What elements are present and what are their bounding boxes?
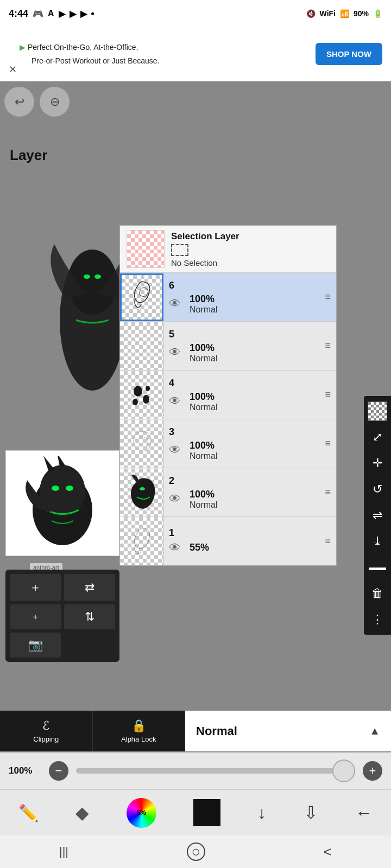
layer-2-visibility-icon[interactable]: 👁 [169,492,181,506]
layer-5-number: 5 [169,329,319,340]
opacity-plus-button[interactable]: + [363,761,382,781]
layer-6-menu-icon[interactable]: ≡ [325,291,336,303]
double-arrow-tool-item[interactable]: ⇩ [304,802,318,823]
ad-play-icon: ▶ [20,43,26,52]
font-icon: A [48,9,54,18]
flatten-icon: ▬▬ [368,561,387,573]
delete-tool-button[interactable]: 🗑 [365,582,389,605]
blend-mode-selector[interactable]: Normal ▲ [185,711,391,751]
layer-6-thumb-svg [122,275,162,320]
merge-down-tool-button[interactable]: ⤓ [365,529,389,553]
layer-1-thumb-svg [122,521,162,561]
opacity-slider-fill [76,768,355,774]
svg-rect-11 [122,275,162,320]
redo-button[interactable]: ⊖ [40,87,70,117]
layer-5-thumbnail [120,322,163,370]
preview-svg [11,456,114,551]
sys-menu-icon[interactable]: ||| [59,845,68,859]
clipping-button[interactable]: ℰ Clipping [0,711,93,751]
color-wheel-text: 5% [137,809,146,816]
layer-row-5[interactable]: 5 👁 100% Normal ≡ [120,322,336,371]
svg-point-14 [143,395,149,404]
opacity-slider-track[interactable] [76,768,355,774]
rotate-icon: ↺ [373,482,382,496]
transform-tool-button[interactable]: ⤢ [365,425,389,449]
checkerboard-icon [368,401,387,421]
rotate-tool-button[interactable]: ↺ [365,477,389,501]
merge-button[interactable]: ⇅ [64,604,115,629]
top-nav: ↩ ⊖ [4,81,70,122]
layer-5-menu-icon[interactable]: ≡ [325,340,336,352]
signal-icon: 📶 [340,9,349,18]
brush-tool-item[interactable]: ✏️ [18,803,39,822]
layer-2-opacity: 100% [190,489,218,500]
add-clipping-button[interactable]: ＋ [10,604,61,629]
layer-2-menu-icon[interactable]: ≡ [325,487,336,498]
camera-button[interactable]: 📷 [10,633,61,658]
plus-icon: + [369,764,376,778]
svg-point-15 [133,399,138,405]
alpha-lock-icon: 🔒 [131,719,146,733]
mute-icon: 🔇 [306,9,316,18]
layer-1-menu-icon[interactable]: ≡ [325,535,336,547]
layer-5-controls: 👁 100% Normal [169,342,319,363]
layer-2-thumbnail [120,469,163,516]
delete-icon: 🗑 [371,586,383,601]
more-icon: ⋮ [371,612,383,627]
svg-point-2 [84,275,90,279]
layer-6-visibility-icon[interactable]: 👁 [169,297,181,311]
layer-1-controls: 👁 55% [169,541,319,555]
layer-4-mode: Normal [190,403,218,412]
layer-3-thumb-svg [122,421,162,467]
layer-1-visibility-icon[interactable]: 👁 [169,541,181,555]
opacity-slider-thumb[interactable] [332,760,355,782]
svg-point-16 [146,386,150,391]
layer-1-thumbnail [120,517,163,565]
ad-banner: ▶ Perfect On-the-Go, At-the-Office, Pre-… [0,27,391,81]
flatten-tool-button[interactable]: ▬▬ [365,556,389,579]
shop-now-button[interactable]: SHOP NOW [316,43,382,65]
layer-row-4[interactable]: 4 👁 100% Normal ≡ [120,371,336,419]
layer-panel: Selection Layer No Selection 6 👁 [119,225,337,566]
clipping-label: Clipping [33,735,59,743]
sys-back-icon[interactable]: < [324,844,332,860]
sys-home-icon[interactable]: ○ [187,843,205,861]
flip-h-icon: ⇌ [373,508,382,522]
arrow-down-tool-item[interactable]: ↓ [257,803,266,823]
layer-5-thumb-svg [122,323,162,369]
add-layer-button[interactable]: ＋ [10,574,61,601]
youtube2-icon: ▶ [70,9,76,19]
back-arrow-icon: ← [355,803,373,823]
alpha-lock-button[interactable]: 🔒 Alpha Lock [93,711,186,751]
layer-5-visibility-icon[interactable]: 👁 [169,346,181,360]
bottom-toolbar: ✏️ ◆ 5% ↓ ⇩ ← [0,789,391,835]
arrow-down-icon: ↓ [257,803,266,823]
layer-row-3[interactable]: 3 👁 100% Normal ≡ [120,419,336,468]
selection-layer-row[interactable]: Selection Layer No Selection [120,226,336,273]
layer-4-menu-icon[interactable]: ≡ [325,389,336,400]
layer-row-1[interactable]: 1 👁 55% ≡ [120,517,336,565]
ad-text: ▶ Perfect On-the-Go, At-the-Office, [20,41,160,53]
opacity-minus-button[interactable]: − [49,761,68,781]
checkerboard-tool-button[interactable] [365,399,389,423]
more-tool-button[interactable]: ⋮ [365,608,389,631]
right-sidebar: ⤢ ✛ ↺ ⇌ ⤓ ▬▬ 🗑 ⋮ [364,396,391,635]
layer-3-menu-icon[interactable]: ≡ [325,438,336,449]
flip-button[interactable]: ⇄ [64,574,115,601]
diamond-tool-item[interactable]: ◆ [75,802,89,823]
flip-h-tool-button[interactable]: ⇌ [365,503,389,527]
brush-icon: ✏️ [18,803,39,822]
blend-mode-bar: ℰ Clipping 🔒 Alpha Lock Normal ▲ [0,711,391,751]
layer-row-2[interactable]: 2 👁 100% Normal ≡ [120,468,336,517]
back-tool-item[interactable]: ← [355,803,373,823]
merge-down-icon: ⤓ [373,534,382,548]
color-wheel-button[interactable]: 5% [127,798,156,828]
move-tool-button[interactable]: ✛ [365,451,389,475]
ad-close-button[interactable]: ✕ [9,63,17,75]
color-square-button[interactable] [193,799,220,826]
layer-4-visibility-icon[interactable]: 👁 [169,394,181,409]
layer-row-6[interactable]: 6 👁 100% Normal ≡ [120,273,336,322]
svg-point-13 [134,386,142,397]
layer-3-visibility-icon[interactable]: 👁 [169,443,181,457]
undo-button[interactable]: ↩ [4,87,34,117]
